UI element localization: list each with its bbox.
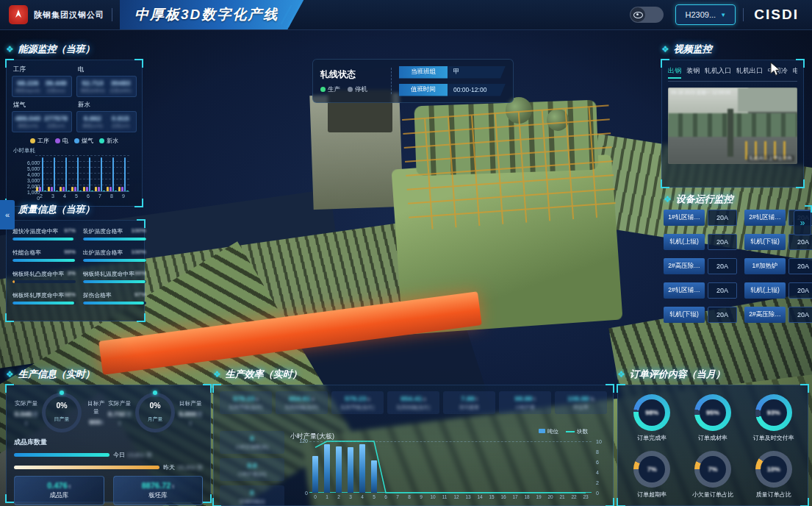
page-title-plate: 中厚板3D数字化产线 <box>120 0 303 29</box>
video-panel: ❖ 视频监控 出钢装钢轧机入口轧机出口中间冷电加热 09-18 2023 星期一… <box>661 43 804 188</box>
order-donut: 98% 订单完成率 <box>624 394 680 442</box>
mountain-icon <box>12 9 24 21</box>
video-tab[interactable]: 出钢 <box>668 66 681 78</box>
left-collapse-handle[interactable]: « <box>0 200 15 229</box>
header-divider <box>112 8 112 21</box>
visibility-toggle[interactable] <box>630 7 664 23</box>
video-tab[interactable]: 电加热 <box>793 66 797 78</box>
stock-bar: 昨天15,203 块 <box>14 463 203 471</box>
efficiency-stat: 654.41 s轧制间隔(当月) <box>387 391 439 414</box>
orders-title: 订单评价内容（当月） <box>630 368 725 381</box>
energy-metric: 煤气 486.040单耗(m³/t) 277578总耗(m³) <box>12 101 72 132</box>
chevron-left-icon: « <box>5 210 10 219</box>
efficiency-stat: 579.23 s轧制节奏(当月) <box>331 391 384 414</box>
cisdi-logo: CISDI <box>754 7 799 23</box>
video-title: 视频监控 <box>674 43 712 56</box>
line-status-badges: 当班班组甲值班时间00:00-12:00 <box>399 66 506 96</box>
energy-plot <box>35 156 129 192</box>
quality-items: 超快冷温度命中率97% 装炉温度合格率100% 性能合格率99% 出炉温度合格率… <box>12 227 138 304</box>
energy-box: 工序 68.226单耗(kgce/t) 39.449总耗(tce) 电 52.7… <box>6 60 143 207</box>
dashboard-root: 陕钢集团汉钢公司 中厚板3D数字化产线 H2309... ▼ CISDI 轧线状… <box>0 0 812 506</box>
order-donuts: 98% 订单完成率 95% 订单成材率 93% 订单及时交付率 7% 订单超期率… <box>624 394 802 499</box>
quality-panel: ❖ 质量信息（当班） 超快冷温度命中率97% 装炉温度合格率100% 性能合格率… <box>6 203 145 321</box>
page-title: 中厚板3D数字化产线 <box>134 5 279 24</box>
quality-item: 钢板终轧凸度命中率3% <box>12 270 76 283</box>
bar-group <box>71 157 81 191</box>
equipment-row: 轧机(上辊)20A <box>744 282 812 299</box>
quality-title: 质量信息（当班） <box>18 203 95 216</box>
header-divider <box>743 8 744 21</box>
status-badge: 当班班组甲 <box>399 66 506 79</box>
legend-item: 吨位 <box>539 428 558 435</box>
legend-item: 工序 <box>30 137 49 145</box>
diamond-icon: ❖ <box>664 194 672 204</box>
diamond-icon: ❖ <box>6 369 14 380</box>
toggle-knob <box>630 7 645 22</box>
efficiency-stat: 654.61 s轧制间隔(当班) <box>276 391 328 414</box>
top-bar: 陕钢集团汉钢公司 中厚板3D数字化产线 H2309... ▼ CISDI <box>0 0 812 30</box>
company-name: 陕钢集团汉钢公司 <box>34 10 104 21</box>
chevron-right-icon: » <box>800 218 805 228</box>
left-axis-label: 0 <box>292 491 308 496</box>
energy-metric: 工序 68.226单耗(kgce/t) 39.449总耗(tce) <box>12 65 72 97</box>
efficiency-side-stat: 8小时过钢量(块) <box>220 431 284 454</box>
efficiency-stat: 108.88 %作业率 <box>555 391 607 414</box>
video-feed[interactable]: 09-18 2023 星期一 12:00:00 轧机出口上平台方向 <box>668 88 797 164</box>
production-title: 生产信息（实时） <box>18 368 95 381</box>
equipment-panel: ❖ 设备运行监控 1#轧区辅…20A 2#轧区辅…20A 轧机(上辊)20A 轧… <box>664 193 812 327</box>
efficiency-box: 579.23 s轧制节奏(当班) 654.61 s轧制间隔(当班) 579.23… <box>213 385 614 506</box>
right-expand-handle[interactable]: » <box>794 210 811 235</box>
efficiency-side-stats: 8小时过钢量(块) 8.8小时产量(t/h) 8过钢间隔(s) <box>220 431 284 506</box>
equipment-row: 轧机(下辊)20A <box>664 307 737 323</box>
energy-title: 能源监控（当班） <box>18 43 95 56</box>
stock-title: 成品库数量 <box>14 438 203 447</box>
video-tab[interactable]: 轧机出口 <box>736 66 763 78</box>
diamond-icon: ❖ <box>617 369 625 380</box>
warehouse-card: 0.476t成品库 <box>14 476 104 505</box>
heat-number-dropdown[interactable]: H2309... ▼ <box>675 4 736 25</box>
diamond-icon: ❖ <box>213 369 221 380</box>
production-gauge: 实际产量0.732万t 0%月产量 目标产量5.000万t <box>107 393 203 432</box>
energy-chart-ylabel: 小时单耗 <box>13 147 137 154</box>
equipment-row: 轧机(下辊)20A <box>744 234 812 250</box>
video-box: 出钢装钢轧机入口轧机出口中间冷电加热 09-18 2023 星期一 12:00:… <box>661 60 804 188</box>
efficiency-stat: 579.23 s轧制节奏(当班) <box>220 391 272 414</box>
equipment-row: 轧机(上辊)20A <box>664 234 737 250</box>
stock-bar: 今日13,811 块 <box>14 451 203 459</box>
line-status-title: 轧线状态 <box>320 68 384 81</box>
video-roof <box>738 88 797 112</box>
energy-metric: 新水 6.662单耗(m³/t) 0.915总耗(m³) <box>76 101 137 132</box>
production-gauge: 实际产量0.045万t 0%日产量 目标产量900t <box>14 393 107 432</box>
legend-item: 块数 <box>566 428 588 435</box>
video-tab[interactable]: 轧机入口 <box>705 66 731 78</box>
energy-metrics: 工序 68.226单耗(kgce/t) 39.449总耗(tce) 电 52.7… <box>12 65 137 132</box>
bar-group <box>118 157 128 191</box>
divider <box>391 68 392 94</box>
bar-group <box>107 157 116 191</box>
mouse-cursor <box>770 62 781 76</box>
legend-item: 煤气 <box>74 137 93 145</box>
quality-item: 出炉温度合格率100% <box>83 249 146 262</box>
stock-bars: 今日13,811 块 昨天15,203 块 <box>14 451 203 471</box>
efficiency-stat: 7.88 t块均重量 <box>443 391 495 414</box>
efficiency-side-stat: 8.8小时产量(t/h) <box>220 458 284 481</box>
efficiency-stat: 98.88 t小时产量 <box>499 391 551 414</box>
video-tab[interactable]: 装钢 <box>686 66 700 78</box>
status-legend-item: 停机 <box>348 85 367 94</box>
energy-metric: 电 52.713单耗(kWh/t) 30483总耗(kWh) <box>76 65 137 97</box>
quality-item: 探伤合格率97% <box>83 291 146 304</box>
left-axis-label: 120 <box>292 438 308 443</box>
video-timestamp: 09-18 2023 星期一 12:00:00 <box>671 90 730 96</box>
energy-legend: 工序电煤气新水 <box>12 137 137 145</box>
efficiency-panel: ❖ 生产效率（实时） 579.23 s轧制节奏(当班) 654.61 s轧制间隔… <box>213 368 614 506</box>
energy-chart: 01,0002,0003,0004,0005,0006,00023456789 <box>35 156 137 207</box>
equipment-title: 设备运行监控 <box>676 193 733 206</box>
efficiency-chart-legend: 吨位块数 <box>539 428 588 435</box>
warehouse-cards: 0.476t成品库 8876.72t板坯库 <box>14 476 203 505</box>
diamond-icon: ❖ <box>661 44 669 54</box>
production-box: 实际产量0.045万t 0%日产量 目标产量900t 实际产量0.732万t 0… <box>6 385 211 502</box>
quality-item: 装炉温度合格率100% <box>83 227 146 240</box>
x-axis-labels: 23456789 <box>35 193 129 199</box>
efficiency-plot: 0123456789101112131415161718192021222302… <box>309 441 592 493</box>
eye-icon <box>633 12 643 18</box>
